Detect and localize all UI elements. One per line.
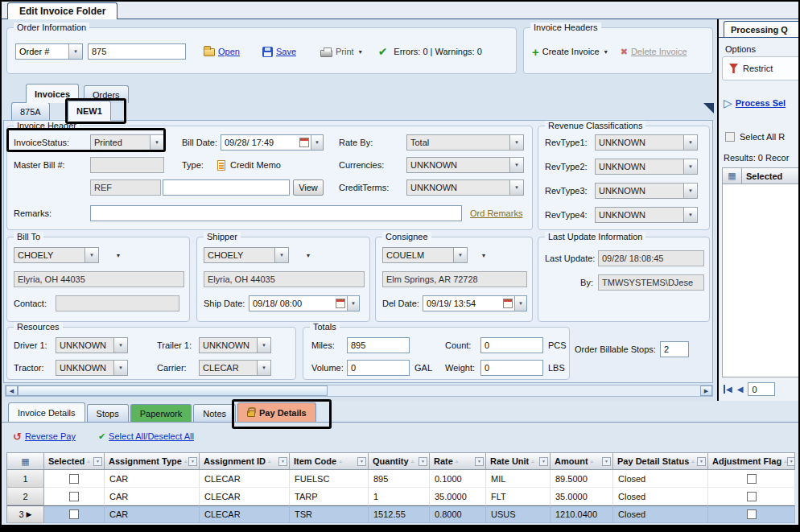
revtype2-combo[interactable]: UNKNOWN	[595, 159, 698, 175]
order-number-input[interactable]: 875	[88, 43, 186, 60]
reverse-pay-link[interactable]: Reverse Pay	[25, 431, 76, 441]
dropdown-arrow-icon[interactable]	[453, 248, 467, 262]
revtype1-combo[interactable]: UNKNOWN	[595, 134, 698, 151]
master-bill-field[interactable]	[90, 157, 164, 173]
shipper-picker-arrow-icon[interactable]	[302, 248, 315, 262]
column-header-pay-detail-status[interactable]: Pay Detail Status▵	[613, 452, 708, 470]
column-header-quantity[interactable]: Quantity▵	[369, 452, 430, 470]
filter-icon[interactable]	[787, 457, 795, 466]
del-date-field[interactable]: 09/19/ 13:54	[423, 295, 527, 311]
horizontal-scrollbar[interactable]: ◀ ▶	[5, 385, 713, 397]
column-header-item-code[interactable]: Item Code▵	[290, 452, 369, 470]
carrier-combo[interactable]: CLECAR	[199, 360, 271, 376]
tab-stops[interactable]: Stops	[87, 404, 129, 422]
ref-button[interactable]: REF	[90, 179, 161, 196]
bill-to-company-combo[interactable]: CHOELY	[14, 247, 99, 263]
filter-icon[interactable]	[539, 457, 548, 466]
scrollbar-thumb[interactable]	[18, 386, 328, 396]
revtype3-combo[interactable]: UNKNOWN	[595, 183, 698, 199]
adjustment-flag-checkbox[interactable]	[747, 492, 757, 501]
select-all-deselect-all-link[interactable]: Select All/Deselect All	[109, 431, 194, 441]
print-dropdown-arrow-icon[interactable]	[354, 44, 367, 59]
save-icon[interactable]	[262, 47, 273, 57]
create-invoice-dropdown-arrow-icon[interactable]	[600, 44, 612, 59]
dropdown-arrow-icon[interactable]	[311, 135, 323, 150]
tractor-combo[interactable]: UNKNOWN	[56, 360, 128, 376]
open-folder-icon[interactable]	[204, 48, 215, 56]
table-corner-cell[interactable]: ▦	[6, 452, 44, 470]
scroll-right-icon[interactable]: ▶	[700, 386, 712, 396]
consignee-picker-arrow-icon[interactable]	[477, 248, 490, 262]
table-row[interactable]: 2 CAR CLECAR TARP 1 35.0000 FLT 35.0000 …	[6, 488, 795, 505]
row-selected-checkbox[interactable]	[69, 509, 79, 519]
processing-queue-tab[interactable]: Processing Q	[724, 21, 798, 37]
column-header-assignment-id[interactable]: Assignment ID▵	[200, 452, 290, 470]
remarks-input[interactable]	[90, 205, 462, 221]
column-header-rate[interactable]: Rate▵	[430, 452, 486, 470]
dropdown-arrow-icon[interactable]	[683, 208, 697, 222]
delete-invoice-button[interactable]: Delete Invoice	[631, 47, 687, 56]
row-selected-checkbox[interactable]	[69, 492, 79, 501]
volume-input[interactable]: 0	[347, 360, 410, 376]
nav-prev-icon[interactable]: ◀	[737, 385, 744, 394]
row-selected-checkbox[interactable]	[69, 474, 79, 484]
record-number-input[interactable]: 0	[748, 382, 775, 396]
ord-remarks-link[interactable]: Ord Remarks	[470, 208, 522, 218]
dropdown-arrow-icon[interactable]	[683, 184, 697, 198]
dropdown-arrow-icon[interactable]	[113, 338, 127, 353]
currencies-combo[interactable]: UNKNOWN	[406, 157, 524, 173]
open-link[interactable]: Open	[218, 47, 240, 56]
process-selected-link[interactable]: Process Sel	[736, 98, 786, 108]
tab-paperwork[interactable]: Paperwork	[130, 404, 192, 422]
filter-icon[interactable]	[278, 457, 287, 466]
calendar-icon[interactable]	[299, 138, 309, 147]
column-header-adjustment-flag[interactable]: Adjustment Flag▵	[708, 452, 795, 470]
credit-terms-combo[interactable]: UNKNOWN	[406, 179, 524, 196]
revtype4-combo[interactable]: UNKNOWN	[595, 207, 698, 223]
dropdown-arrow-icon[interactable]	[514, 296, 526, 311]
bill-to-picker-arrow-icon[interactable]	[112, 248, 125, 262]
column-header-amount[interactable]: Amount▵	[551, 452, 613, 470]
dropdown-arrow-icon[interactable]	[113, 361, 127, 375]
row-header[interactable]: 2	[6, 488, 44, 505]
results-grid-corner[interactable]: ▦	[723, 168, 742, 184]
column-header-selected[interactable]: Selected▵	[44, 452, 105, 470]
rate-by-combo[interactable]: Total	[406, 134, 524, 151]
filter-icon[interactable]	[419, 457, 427, 466]
weight-input[interactable]: 0	[480, 360, 543, 376]
save-link[interactable]: Save	[276, 47, 296, 56]
row-header[interactable]: 3▶	[6, 505, 44, 523]
miles-input[interactable]: 895	[347, 337, 410, 353]
window-title-tab[interactable]: Edit Invoice Folder	[7, 2, 118, 19]
ship-date-field[interactable]: 09/18/ 08:00	[249, 295, 360, 311]
dropdown-arrow-icon[interactable]	[257, 338, 270, 353]
results-grid-body[interactable]	[722, 184, 798, 377]
select-all-results-checkbox[interactable]	[725, 132, 735, 142]
filter-icon[interactable]	[357, 457, 366, 466]
trailer1-combo[interactable]: UNKNOWN	[199, 337, 271, 353]
create-invoice-button[interactable]: Create Invoice	[542, 47, 600, 56]
dropdown-arrow-icon[interactable]	[85, 248, 98, 262]
results-selected-column[interactable]: Selected	[742, 171, 782, 181]
dropdown-arrow-icon[interactable]	[509, 180, 523, 195]
filter-icon[interactable]	[93, 457, 102, 466]
dropdown-arrow-icon[interactable]	[257, 361, 270, 375]
dropdown-arrow-icon[interactable]	[683, 159, 697, 174]
calendar-icon[interactable]	[503, 299, 513, 308]
driver1-combo[interactable]: UNKNOWN	[56, 337, 128, 353]
tab-invoice-875a[interactable]: 875A	[11, 102, 50, 120]
column-header-assignment-type[interactable]: Assignment Type▵	[105, 452, 200, 470]
column-header-rate-unit[interactable]: Rate Unit▵	[486, 452, 551, 470]
dropdown-arrow-icon[interactable]	[509, 135, 523, 150]
print-icon[interactable]	[320, 50, 332, 57]
order-billable-stops-input[interactable]: 2	[660, 341, 689, 357]
row-header[interactable]: 1	[6, 470, 44, 488]
table-row[interactable]: 1 CAR CLECAR FUELSC 895 0.1000 MIL 89.50…	[6, 470, 795, 488]
ref-input[interactable]	[163, 179, 290, 196]
filter-icon[interactable]	[188, 457, 197, 466]
adjustment-flag-checkbox[interactable]	[747, 474, 757, 484]
contact-field[interactable]	[56, 295, 179, 311]
filter-icon[interactable]	[602, 457, 611, 466]
tab-scroll-icon[interactable]	[703, 103, 714, 113]
nav-first-icon[interactable]: ◀	[724, 385, 732, 394]
